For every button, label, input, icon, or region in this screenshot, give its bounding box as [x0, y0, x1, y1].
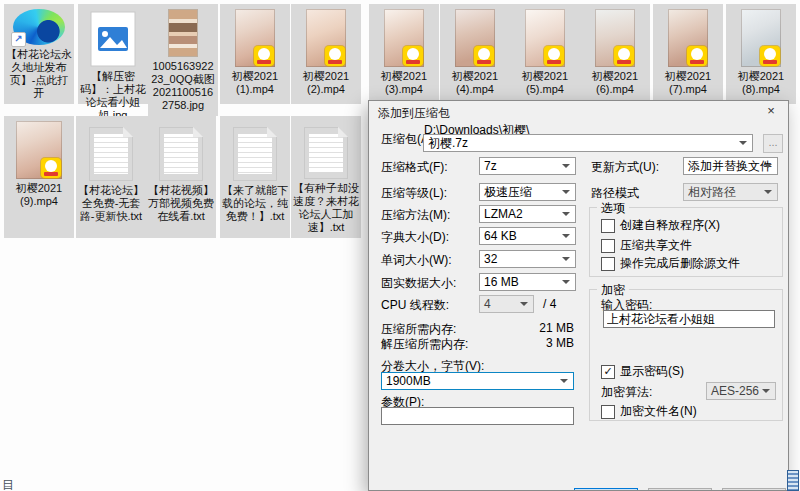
- desktop-icon-txt-3[interactable]: 【来了就能下载的论坛，纯免费！】.txt: [220, 116, 290, 238]
- icon-label: 【村花论坛永久地址发布页】-点此打开: [6, 48, 72, 100]
- desktop-icon-txt-1[interactable]: 【村花论坛】全免费-无套路-更新快.txt: [76, 116, 146, 238]
- desktop-icon-video-4[interactable]: 初樱2021 (4).mp4: [440, 4, 510, 104]
- text-file-icon: [159, 127, 203, 181]
- dialog-title: 添加到压缩包: [378, 105, 450, 122]
- desktop-icon-txt-2[interactable]: 【村花视频】万部视频免费在线看.txt: [146, 116, 216, 238]
- player-badge-icon: [41, 158, 61, 178]
- dictionary-select[interactable]: 64 KB: [479, 227, 576, 245]
- level-select[interactable]: 极速压缩: [479, 183, 576, 201]
- statusbar-text-fragment: 目: [2, 477, 14, 491]
- add-to-archive-dialog: 添加到压缩包 × 压缩包(A) D:\Downloads\初樱\ 初樱.7z .…: [368, 100, 789, 491]
- format-label: 压缩格式(F):: [381, 159, 448, 176]
- word-size-label: 单词大小(W):: [381, 252, 452, 269]
- player-badge-icon: [254, 46, 274, 66]
- shortcut-arrow-icon: ↗: [11, 32, 26, 47]
- icon-label: 【村花视频】万部视频免费在线看.txt: [148, 184, 214, 223]
- password-input[interactable]: [603, 310, 775, 328]
- delete-after-checkbox[interactable]: 操作完成后删除源文件: [601, 255, 740, 272]
- dictionary-label: 字典大小(D):: [381, 229, 449, 246]
- video-thumbnail: [235, 9, 275, 67]
- close-icon[interactable]: ×: [754, 101, 788, 123]
- icon-label: 初樱2021 (9).mp4: [6, 182, 72, 208]
- cpu-threads-max: / 4: [543, 297, 556, 311]
- screenshot-thumbnail: [168, 9, 198, 57]
- player-badge-icon: [687, 46, 707, 66]
- solid-block-select[interactable]: 16 MB: [479, 273, 576, 291]
- image-file-icon: [90, 11, 136, 67]
- chevron-down-icon: [762, 389, 770, 393]
- desktop-icon-qq-screenshot[interactable]: 100516392223_0QQ截图20211005162758.jpg: [148, 4, 218, 116]
- chevron-down-icon: [562, 164, 570, 168]
- desktop-icon-txt-4[interactable]: 【有种子却没速度？来村花论坛人工加速】.txt: [291, 116, 361, 238]
- path-mode-select[interactable]: 相对路径: [683, 183, 778, 201]
- cpu-threads-label: CPU 线程数:: [381, 297, 449, 314]
- desktop-icon-password-jpg[interactable]: 【解压密码】：上村花论坛看小姐姐.jpg: [78, 4, 148, 104]
- icon-label: 初樱2021 (8).mp4: [728, 70, 794, 96]
- icon-label: 初樱2021 (1).mp4: [222, 70, 288, 96]
- checkbox-box: [601, 219, 615, 233]
- video-thumbnail: [595, 9, 635, 67]
- video-thumbnail: [741, 9, 781, 67]
- encrypt-filenames-checkbox[interactable]: 加密文件名(N): [601, 403, 697, 420]
- player-badge-icon: [474, 46, 494, 66]
- chevron-down-icon: [764, 164, 772, 168]
- desktop-icon-video-8[interactable]: 初樱2021 (8).mp4: [726, 4, 796, 104]
- method-select[interactable]: LZMA2: [479, 205, 576, 223]
- icon-label: 100516392223_0QQ截图20211005162758.jpg: [150, 60, 216, 112]
- desktop-icon-video-3[interactable]: 初樱2021 (3).mp4: [369, 4, 439, 104]
- encryption-method-label: 加密算法:: [601, 384, 652, 401]
- icon-label: 【村花论坛】全免费-无套路-更新快.txt: [78, 184, 144, 223]
- icon-label: 初樱2021 (7).mp4: [655, 70, 721, 96]
- dialog-titlebar[interactable]: 添加到压缩包 ×: [369, 101, 788, 123]
- format-select[interactable]: 7z: [479, 157, 576, 175]
- desktop-icon-edge-shortcut[interactable]: ↗ 【村花论坛永久地址发布页】-点此打开: [4, 4, 74, 104]
- update-mode-label: 更新方式(U):: [591, 159, 659, 176]
- video-thumbnail: [384, 9, 424, 67]
- window-list-icon-fragment: [787, 470, 799, 491]
- video-thumbnail: [668, 9, 708, 67]
- icon-label: 【解压密码】：上村花论坛看小姐姐.jpg: [80, 70, 146, 122]
- chevron-down-icon: [562, 190, 570, 194]
- player-badge-icon: [760, 46, 780, 66]
- cpu-threads-select[interactable]: 4: [479, 295, 534, 313]
- word-size-select[interactable]: 32: [479, 250, 576, 268]
- show-password-checkbox[interactable]: ✓ 显示密码(S): [601, 363, 684, 380]
- encryption-method-select[interactable]: AES-256: [706, 382, 776, 400]
- desktop-icon-video-9[interactable]: 初樱2021 (9).mp4: [4, 116, 74, 238]
- checkbox-box: [601, 239, 615, 253]
- archive-name-combobox[interactable]: 初樱.7z: [423, 134, 753, 152]
- split-volume-combobox[interactable]: 1900MB: [381, 372, 574, 390]
- player-badge-icon: [403, 46, 423, 66]
- browse-button[interactable]: ...: [763, 134, 783, 153]
- text-file-icon: [304, 127, 348, 179]
- update-mode-select[interactable]: 添加并替换文件: [683, 157, 778, 175]
- desktop-icon-video-1[interactable]: 初樱2021 (1).mp4: [220, 4, 290, 104]
- chevron-down-icon: [562, 212, 570, 216]
- desktop-icon-video-6[interactable]: 初樱2021 (6).mp4: [580, 4, 650, 104]
- desktop-icon-video-7[interactable]: 初樱2021 (7).mp4: [653, 4, 723, 104]
- chevron-down-icon: [560, 379, 568, 383]
- desktop-icon-video-5[interactable]: 初樱2021 (5).mp4: [510, 4, 580, 104]
- chevron-down-icon: [764, 190, 772, 194]
- video-thumbnail: [525, 9, 565, 67]
- player-badge-icon: [325, 46, 345, 66]
- checkbox-checked-box: ✓: [601, 365, 615, 379]
- chevron-down-icon: [562, 257, 570, 261]
- compress-shared-checkbox[interactable]: 压缩共享文件: [601, 237, 692, 254]
- icon-label: 初樱2021 (3).mp4: [371, 70, 437, 96]
- memory-decompress-label: 解压缩所需内存:: [381, 336, 468, 353]
- player-badge-icon: [614, 46, 634, 66]
- text-file-icon: [89, 127, 133, 181]
- icon-label: 初樱2021 (6).mp4: [582, 70, 648, 96]
- text-file-icon: [233, 127, 277, 181]
- checkbox-box: [601, 405, 615, 419]
- create-sfx-checkbox[interactable]: 创建自释放程序(X): [601, 217, 720, 234]
- options-group-label: 选项: [597, 200, 629, 217]
- parameters-input[interactable]: [381, 407, 574, 425]
- icon-label: 初樱2021 (4).mp4: [442, 70, 508, 96]
- desktop-icon-video-2[interactable]: 初樱2021 (2).mp4: [291, 4, 361, 104]
- checkbox-box: [601, 257, 615, 271]
- level-label: 压缩等级(L):: [381, 185, 447, 202]
- icon-label: 【来了就能下载的论坛，纯免费！】.txt: [222, 184, 288, 223]
- chevron-down-icon: [520, 302, 528, 306]
